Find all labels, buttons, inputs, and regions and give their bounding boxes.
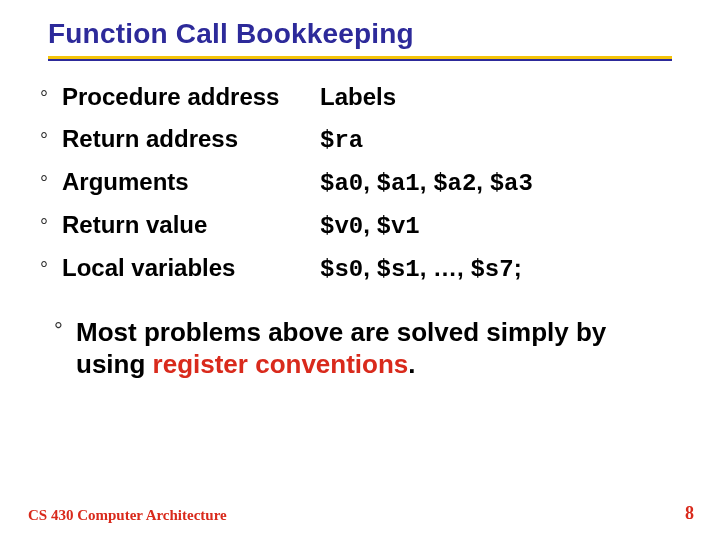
content-area: ° Procedure address Labels ° Return addr… (0, 61, 720, 380)
register-name: $s1 (377, 256, 420, 283)
bullet-icon: ° (40, 128, 62, 152)
bullet-icon: ° (54, 317, 76, 343)
bullet-icon: ° (40, 86, 62, 110)
bullet-icon: ° (40, 171, 62, 195)
register-name: $s0 (320, 256, 363, 283)
bullet-icon: ° (40, 214, 62, 238)
summary-accent: register conventions (153, 349, 409, 379)
term-value: $ra (320, 125, 363, 154)
separator: , (476, 168, 489, 195)
register-name: $v1 (377, 213, 420, 240)
term-value: $a0, $a1, $a2, $a3 (320, 168, 533, 197)
title-wrap: Function Call Bookkeeping (0, 0, 720, 50)
register-name: $a0 (320, 170, 363, 197)
row-local-variables: ° Local variables $s0, $s1, …, $s7; (40, 254, 680, 283)
term-label: Arguments (62, 168, 320, 196)
separator: , (363, 168, 376, 195)
register-name: $s7 (470, 256, 513, 283)
term-value: $s0, $s1, …, $s7; (320, 254, 522, 283)
slide: Function Call Bookkeeping ° Procedure ad… (0, 0, 720, 540)
separator: , (363, 211, 376, 238)
term-label: Return value (62, 211, 320, 239)
separator: ; (514, 254, 522, 281)
register-name: $a3 (490, 170, 533, 197)
row-procedure-address: ° Procedure address Labels (40, 83, 680, 111)
separator: , (363, 254, 376, 281)
register-name: $a2 (433, 170, 476, 197)
term-value: Labels (320, 83, 396, 111)
footer-course: CS 430 Computer Architecture (28, 507, 227, 524)
bullet-icon: ° (40, 257, 62, 281)
summary-text: Most problems above are solved simply by… (76, 317, 680, 380)
slide-title: Function Call Bookkeeping (48, 18, 720, 50)
separator: , …, (420, 254, 471, 281)
register-name: $ra (320, 127, 363, 154)
term-label: Return address (62, 125, 320, 153)
summary-post: . (408, 349, 415, 379)
summary-row: ° Most problems above are solved simply … (40, 317, 680, 380)
register-name: $a1 (377, 170, 420, 197)
footer-page-number: 8 (685, 503, 694, 524)
row-return-address: ° Return address $ra (40, 125, 680, 154)
separator: , (420, 168, 433, 195)
row-arguments: ° Arguments $a0, $a1, $a2, $a3 (40, 168, 680, 197)
term-value: $v0, $v1 (320, 211, 420, 240)
term-label: Procedure address (62, 83, 320, 111)
term-label: Local variables (62, 254, 320, 282)
register-name: $v0 (320, 213, 363, 240)
row-return-value: ° Return value $v0, $v1 (40, 211, 680, 240)
